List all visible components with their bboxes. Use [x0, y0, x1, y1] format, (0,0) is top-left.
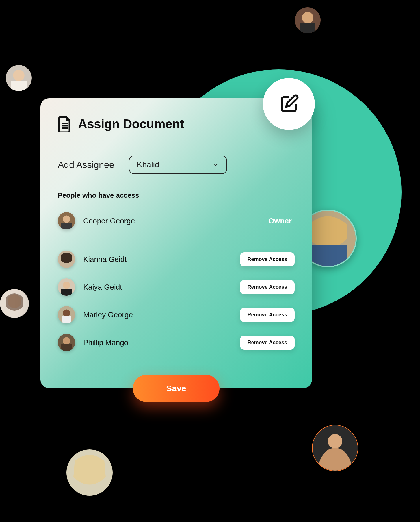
- edit-button[interactable]: [263, 78, 315, 130]
- svg-point-4: [13, 70, 25, 81]
- avatar: [58, 278, 75, 296]
- owner-role-label: Owner: [268, 216, 292, 225]
- access-row: Kianna Geidt Remove Access: [58, 245, 295, 273]
- remove-access-button[interactable]: Remove Access: [240, 252, 295, 266]
- svg-rect-28: [62, 316, 71, 323]
- chevron-down-icon: [213, 162, 219, 168]
- svg-point-24: [63, 282, 70, 289]
- svg-point-19: [63, 215, 70, 223]
- svg-point-30: [63, 337, 70, 344]
- access-row: Phillip Mango Remove Access: [58, 329, 295, 356]
- document-icon: [58, 116, 72, 132]
- remove-access-button[interactable]: Remove Access: [240, 336, 295, 350]
- save-button[interactable]: Save: [133, 375, 220, 402]
- edit-icon: [278, 94, 299, 114]
- floating-avatar: [66, 449, 113, 496]
- modal-title: Assign Document: [78, 117, 184, 131]
- svg-point-1: [302, 12, 313, 23]
- person-name: Kianna Geidt: [83, 255, 240, 264]
- owner-row: Cooper George Owner: [58, 207, 295, 240]
- floating-avatar: [295, 7, 321, 33]
- svg-point-12: [328, 434, 342, 449]
- floating-avatar: [0, 289, 29, 318]
- access-row: Marley George Remove Access: [58, 301, 295, 329]
- access-section-label: People who have access: [58, 191, 295, 199]
- floating-avatar: [6, 65, 32, 91]
- floating-avatar: [312, 425, 358, 471]
- add-assignee-label: Add Assignee: [58, 160, 114, 170]
- owner-name: Cooper George: [83, 216, 268, 225]
- remove-access-button[interactable]: Remove Access: [240, 280, 295, 294]
- svg-point-27: [63, 309, 70, 316]
- assignee-select[interactable]: Khalid: [129, 156, 227, 174]
- svg-rect-20: [61, 223, 72, 229]
- assign-document-modal: Assign Document Add Assignee Khalid Peop…: [40, 98, 312, 388]
- avatar: [58, 306, 75, 323]
- remove-access-button[interactable]: Remove Access: [240, 308, 295, 322]
- access-row: Kaiya Geidt Remove Access: [58, 273, 295, 301]
- svg-rect-5: [11, 81, 27, 91]
- person-name: Kaiya Geidt: [83, 283, 240, 292]
- svg-rect-25: [61, 289, 72, 296]
- avatar: [58, 212, 75, 229]
- svg-rect-2: [300, 23, 315, 33]
- avatar: [58, 334, 75, 351]
- person-name: Marley George: [83, 310, 240, 319]
- svg-rect-31: [61, 344, 72, 351]
- avatar: [58, 251, 75, 268]
- svg-rect-10: [309, 245, 347, 266]
- assignee-select-value: Khalid: [137, 160, 159, 169]
- person-name: Phillip Mango: [83, 338, 240, 347]
